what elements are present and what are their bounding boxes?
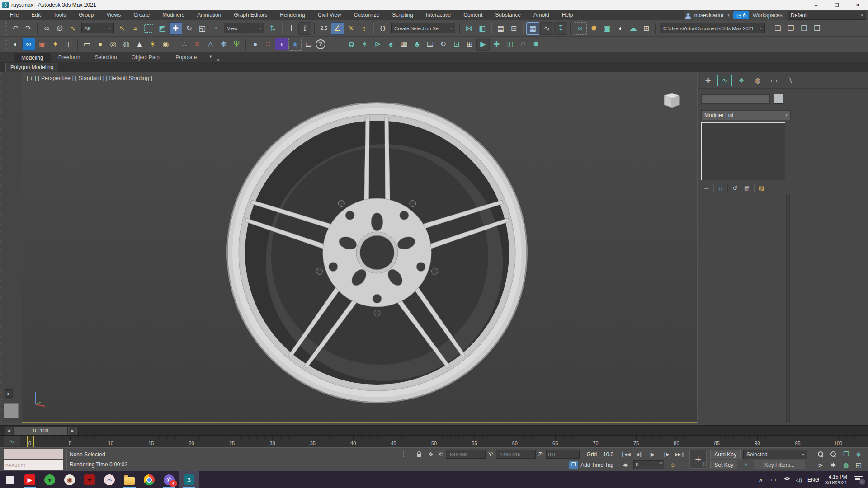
foliage-icon[interactable]: Ψ xyxy=(231,38,243,50)
tray-chevron-icon[interactable]: ∧ xyxy=(755,473,766,487)
modifier-stack[interactable] xyxy=(701,122,785,180)
modify-tab[interactable]: ∿ xyxy=(717,75,732,86)
project-folder-path-dropdown[interactable]: C:\Users\Artur\Documents\3ds Max 2021▾ xyxy=(660,23,765,33)
zoom-extents-icon[interactable]: ❒ xyxy=(840,449,852,459)
orbit-icon[interactable]: ◍ xyxy=(840,460,852,470)
ribbon-tab-selection[interactable]: Selection xyxy=(87,53,124,62)
snaps-toggle-icon[interactable]: 2.5 xyxy=(318,23,330,34)
motion-tab[interactable]: ◍ xyxy=(751,75,764,86)
close-button[interactable]: ✕ xyxy=(847,0,868,10)
trees-icon[interactable]: ♠ xyxy=(385,38,397,50)
time-slider-button[interactable]: 0 / 100 xyxy=(14,427,67,435)
set-keys-button[interactable]: + ⚿ xyxy=(689,450,707,469)
frame-tick-90[interactable]: 90 xyxy=(755,441,760,446)
key-mode-toggle-icon[interactable]: ◀▶ xyxy=(620,460,631,469)
spindle-icon[interactable]: △ xyxy=(204,38,217,50)
isolate-selection-icon[interactable] xyxy=(403,451,411,458)
menu-item-civil-view[interactable]: Civil View xyxy=(311,10,348,20)
ribbon-tab-freeform[interactable]: Freeform xyxy=(51,53,88,62)
toggle-layer-explorer-icon[interactable]: ⊟ xyxy=(508,23,520,34)
command-panel-scrollbar[interactable] xyxy=(786,195,790,422)
camera-clapper-icon[interactable]: ◫ xyxy=(62,38,75,50)
expand-panel-arrow-button[interactable]: ▶ xyxy=(5,389,13,398)
menu-item-scripting[interactable]: Scripting xyxy=(386,10,420,20)
render-production-icon[interactable]: ◖ xyxy=(614,23,626,34)
light-bulb-icon[interactable]: ✿ xyxy=(345,38,358,50)
taskbar-3dsmax-icon[interactable]: 3 xyxy=(179,471,199,488)
select-and-move-icon[interactable]: ✚ xyxy=(169,22,182,35)
menu-item-help[interactable]: Help xyxy=(556,10,580,20)
torus-primitive-icon[interactable]: ◎ xyxy=(107,38,119,50)
teapot-outline-icon[interactable]: ◌ xyxy=(517,38,529,50)
frame-tick-60[interactable]: 60 xyxy=(512,441,518,446)
select-and-scale-icon[interactable]: ◱ xyxy=(196,23,208,34)
menu-item-group[interactable]: Group xyxy=(72,10,100,20)
egg-shape-icon[interactable]: ◉ xyxy=(160,38,172,50)
reference-coordinate-system-dropdown[interactable]: View▾ xyxy=(224,23,264,33)
field-of-view-icon[interactable]: ⊳ xyxy=(815,460,826,470)
snowflake-icon[interactable]: ❋ xyxy=(217,38,230,50)
building-tree-icon[interactable]: ▦ xyxy=(398,38,410,50)
frame-tick-30[interactable]: 30 xyxy=(269,441,275,446)
script-listener-icon[interactable]: ❑ xyxy=(798,23,810,34)
display-tab[interactable]: ▭ xyxy=(767,75,781,86)
zoom-extents-all-icon[interactable]: ◈ xyxy=(853,449,864,459)
frame-tick-50[interactable]: 50 xyxy=(431,441,437,446)
key-clock-icon[interactable]: ◷ xyxy=(667,460,678,469)
align-icon[interactable]: ◧ xyxy=(476,23,488,34)
polygon-modeling-panel[interactable]: Polygon Modeling xyxy=(5,63,58,72)
object-name-field[interactable] xyxy=(701,94,770,104)
ribbon-overflow-icon[interactable]: ▼ xyxy=(205,51,217,62)
spinner-snap-toggle-icon[interactable]: ↕ xyxy=(358,23,370,34)
create-tab[interactable]: ✚ xyxy=(701,75,715,86)
set-key-button[interactable]: Set Key xyxy=(710,460,737,469)
notification-badge[interactable]: ◷ 6 xyxy=(733,11,749,19)
utilities-tab[interactable]: ∖ xyxy=(783,75,797,86)
menu-item-create[interactable]: Create xyxy=(127,10,156,20)
taskbar-chrome-icon[interactable] xyxy=(139,471,159,488)
configure-modifier-sets-icon[interactable]: ▨ xyxy=(756,183,766,192)
help-icon[interactable]: ? xyxy=(316,39,326,49)
select-and-rotate-icon[interactable]: ↻ xyxy=(183,23,195,34)
taskbar-youtube-icon[interactable]: ▶ xyxy=(20,471,40,488)
action-center-icon[interactable]: 3 xyxy=(852,473,865,487)
render-in-cloud-icon[interactable]: ☁ xyxy=(627,23,639,34)
track-bar[interactable]: ∿ 05101520253035404550556065707580859095… xyxy=(0,435,868,448)
maximize-viewport-toggle-icon[interactable]: ◱ xyxy=(853,460,864,470)
rollout-separator[interactable]: ...... xyxy=(702,201,864,204)
ribbon-overflow-caret-icon[interactable]: ▾ xyxy=(217,58,220,62)
ribbon-tab-object-paint[interactable]: Object Paint xyxy=(124,53,168,62)
keyboard-shortcut-override-icon[interactable]: ⇧ xyxy=(298,22,311,35)
clock[interactable]: 4:15 PM 3/18/2021 xyxy=(822,474,850,486)
make-unique-icon[interactable]: ↺ xyxy=(730,183,740,192)
frame-tick-45[interactable]: 45 xyxy=(391,441,396,446)
toggle-ribbon-icon[interactable]: ▦ xyxy=(526,22,539,35)
frame-tick-70[interactable]: 70 xyxy=(593,441,598,446)
key-filter-icon[interactable]: ✳ xyxy=(740,461,751,469)
pin-stack-icon[interactable]: ⊸ xyxy=(701,183,711,192)
menu-item-views[interactable]: Views xyxy=(100,10,127,20)
select-object-icon[interactable]: ↖ xyxy=(116,23,128,34)
minimize-button[interactable]: – xyxy=(806,0,826,10)
select-and-link-icon[interactable]: ∞ xyxy=(41,23,53,34)
balloon-icon[interactable]: ● xyxy=(249,38,261,50)
current-frame-spinner[interactable]: 0 xyxy=(633,460,664,469)
use-pivot-point-center-icon[interactable]: ⇅ xyxy=(267,23,279,34)
x-coordinate-field[interactable]: -636.636 xyxy=(446,450,486,459)
maxscript-mini-listener[interactable]: MAXScr: xyxy=(4,449,63,470)
y-coordinate-field[interactable]: -1466.815 xyxy=(496,450,536,459)
frame-tick-25[interactable]: 25 xyxy=(229,441,235,446)
script-open-icon[interactable]: ❐ xyxy=(785,23,797,34)
modifier-list-dropdown[interactable]: Modifier List ▾ xyxy=(701,110,791,120)
add-time-tag[interactable]: Add Time Tag xyxy=(580,462,613,468)
teapot-primitive-icon[interactable]: ◍ xyxy=(120,38,132,50)
frame-tick-35[interactable]: 35 xyxy=(310,441,316,446)
plane-primitive-icon[interactable]: ▭ xyxy=(81,38,93,50)
edit-named-selection-sets-icon[interactable]: { } xyxy=(377,23,389,34)
maxscript-pink-row[interactable] xyxy=(4,449,63,459)
play-button[interactable]: ▶ xyxy=(647,450,658,458)
ribbon-tab-modeling[interactable]: Modeling xyxy=(14,53,51,62)
go-to-start-button[interactable]: ❙◀◀ xyxy=(620,450,631,458)
select-by-name-icon[interactable]: ≡ xyxy=(129,23,142,34)
script-macro-icon[interactable]: ❒ xyxy=(811,23,823,34)
